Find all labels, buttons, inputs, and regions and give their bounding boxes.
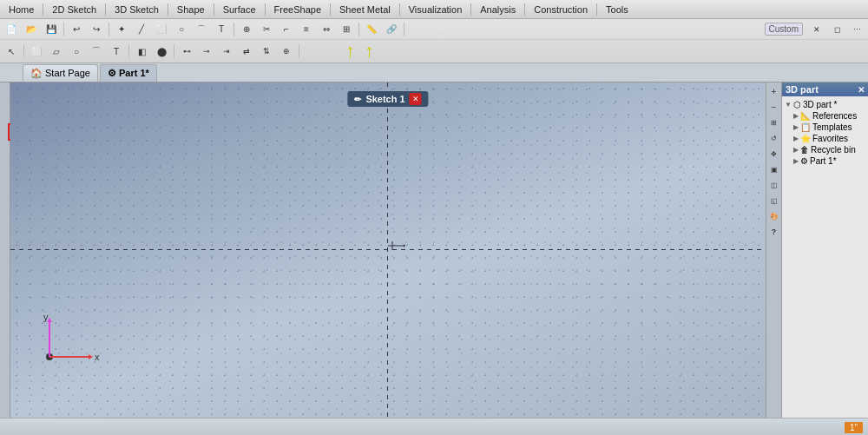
menu-3dsketch[interactable]: 3D Sketch: [109, 3, 164, 16]
part-tree: ▼ ⬡ 3D part * ▶ 📐 References ▶ 📋 Templat…: [782, 96, 868, 418]
yellow-arrow-2: ↑: [365, 42, 374, 61]
tree-label-templates: Templates: [812, 122, 852, 132]
tb-sep3: [233, 23, 234, 36]
tab-part1-icon: ⚙: [108, 68, 116, 79]
tree-item-recycle[interactable]: ▶ 🗑 Recycle bin: [785, 144, 865, 155]
tb2-sep4: [299, 44, 299, 58]
svg-text:x: x: [95, 352, 100, 362]
tb2-snap3[interactable]: ⇥: [217, 43, 236, 60]
sketch-close-button[interactable]: ✕: [410, 93, 422, 105]
tb2-rect1[interactable]: ⬜: [27, 43, 46, 60]
tb-more[interactable]: ⋯: [847, 21, 866, 38]
tb2-text1[interactable]: T: [107, 43, 126, 60]
tb-open[interactable]: 📂: [22, 21, 41, 38]
tb2-snap1[interactable]: ⊷: [177, 43, 196, 60]
tab-start-page[interactable]: 🏠 Start Page: [23, 64, 98, 82]
ib-render[interactable]: 🎨: [767, 209, 781, 223]
part-panel-header: 3D part ✕: [782, 82, 868, 96]
tree-icon-references: 📐: [800, 111, 811, 121]
ib-rotate[interactable]: ↺: [767, 131, 781, 145]
menu-tools[interactable]: Tools: [601, 3, 634, 16]
menu-surface[interactable]: Surface: [218, 3, 261, 16]
tree-item-3dpart[interactable]: ▼ ⬡ 3D part *: [785, 99, 865, 110]
tb2-snap2[interactable]: ⊸: [197, 43, 216, 60]
ib-pan[interactable]: ✥: [767, 147, 781, 161]
ib-view3[interactable]: ◱: [767, 194, 781, 208]
menu-2dsketch[interactable]: 2D Sketch: [47, 3, 102, 16]
toolbar-row2: ↖ ⬜ ▱ ○ ⌒ T ◧ ⬤ ⊷ ⊸ ⇥ ⇄ ⇅ ⊕ ↑ ↑: [0, 40, 868, 63]
tb-offset[interactable]: ≡: [297, 21, 316, 38]
menu-freeshape[interactable]: FreeShape: [269, 3, 326, 16]
tb-restore[interactable]: ◻: [827, 21, 846, 38]
tb2-arc1[interactable]: ⌒: [87, 43, 106, 60]
tree-item-templates[interactable]: ▶ 📋 Templates: [785, 122, 865, 133]
tb-sep1: [63, 23, 64, 36]
tb-rect[interactable]: ⬜: [152, 21, 171, 38]
tree-icon-recycle: 🗑: [800, 145, 809, 155]
tb2-snap4[interactable]: ⇄: [237, 43, 256, 60]
menu-analysis[interactable]: Analysis: [475, 3, 521, 16]
tb-mirror[interactable]: ⇔: [317, 21, 336, 38]
sketch-label: ✏ Sketch 1 ✕: [347, 91, 428, 107]
tb-constraint[interactable]: 🔗: [382, 21, 401, 38]
tb-sep5: [404, 23, 404, 36]
tb2-snap6[interactable]: ⊕: [277, 43, 296, 60]
tree-item-references[interactable]: ▶ 📐 References: [785, 110, 865, 122]
ib-fit[interactable]: ⊞: [767, 115, 781, 129]
tb-array[interactable]: ⊞: [337, 21, 356, 38]
tree-label-favorites: Favorites: [812, 134, 848, 143]
custom-button[interactable]: Custom: [765, 23, 803, 36]
tb2-select[interactable]: ↖: [2, 43, 21, 60]
svg-marker-3: [404, 244, 405, 247]
tab-part1[interactable]: ⚙ Part 1*: [100, 64, 157, 82]
tb-point[interactable]: ✦: [112, 21, 131, 38]
tb-save[interactable]: 💾: [42, 21, 61, 38]
menu-construction[interactable]: Construction: [529, 3, 593, 16]
tb2-snap5[interactable]: ⇅: [257, 43, 276, 60]
part-panel-close[interactable]: ✕: [858, 85, 865, 95]
part-panel-title: 3D part: [786, 84, 819, 95]
tb-measure[interactable]: 📏: [362, 21, 381, 38]
sep4: [214, 3, 214, 16]
sep10: [596, 3, 597, 16]
tb-redo[interactable]: ↪: [87, 21, 106, 38]
tree-item-favorites[interactable]: ▶ ⭐ Favorites: [785, 133, 865, 144]
ib-zoom-in[interactable]: +: [767, 84, 781, 98]
tab-part1-label: Part 1*: [119, 68, 149, 78]
menu-home[interactable]: Home: [3, 3, 39, 16]
tb-arc[interactable]: ⌒: [192, 21, 211, 38]
tb2-btn6[interactable]: ◧: [132, 43, 151, 60]
status-bar: 1": [0, 418, 868, 435]
menu-shape[interactable]: Shape: [172, 3, 210, 16]
ib-view1[interactable]: ▣: [767, 162, 781, 176]
tb-line[interactable]: ╱: [132, 21, 151, 38]
tb2-circ1[interactable]: ○: [67, 43, 86, 60]
origin-marker: [379, 233, 405, 259]
axes-indicator: x y: [32, 313, 102, 374]
tree-icon-3dpart: ⬡: [793, 100, 801, 109]
tb-fillet[interactable]: ⌐: [277, 21, 296, 38]
tb-circle[interactable]: ○: [172, 21, 191, 38]
ib-zoom-out[interactable]: −: [767, 100, 781, 114]
canvas-area[interactable]: ✏ Sketch 1 ✕ x y: [10, 82, 766, 418]
tab-startpage-icon: 🏠: [30, 68, 43, 79]
tb-new[interactable]: 📄: [2, 21, 21, 38]
menu-visualization[interactable]: Visualization: [404, 3, 468, 16]
tb-text[interactable]: T: [212, 21, 231, 38]
tree-expand-3dpart: ▼: [785, 101, 792, 109]
tb2-line1[interactable]: ▱: [47, 43, 66, 60]
tb2-btn7[interactable]: ⬤: [152, 43, 171, 60]
tb-undo[interactable]: ↩: [67, 21, 86, 38]
tb-trim[interactable]: ✂: [257, 21, 276, 38]
menu-sheetmetal[interactable]: Sheet Metal: [334, 3, 396, 16]
sep2: [105, 3, 106, 16]
tb-snap[interactable]: ⊕: [237, 21, 256, 38]
tb-close-window[interactable]: ✕: [807, 21, 826, 38]
svg-marker-6: [89, 354, 93, 359]
tab-bar: 🏠 Start Page ⚙ Part 1*: [0, 63, 868, 82]
tree-item-part1[interactable]: ▶ ⚙ Part 1*: [785, 155, 865, 167]
ib-help[interactable]: ?: [767, 225, 781, 239]
sketch-label-text: Sketch 1: [365, 94, 404, 104]
sketch-icon: ✏: [354, 95, 361, 104]
ib-view2[interactable]: ◫: [767, 178, 781, 192]
